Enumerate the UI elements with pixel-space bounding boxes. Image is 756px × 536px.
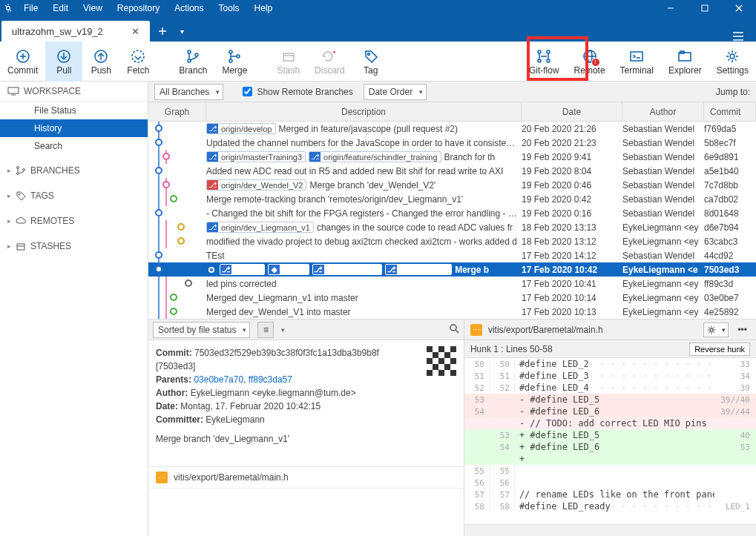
sidebar-stashes[interactable]: ▸ STASHES (0, 236, 148, 256)
commit-row[interactable]: Added new ADC read out in R5 and added n… (148, 164, 756, 178)
hdr-date[interactable]: Date (522, 102, 622, 121)
toolbar: Commit Pull Push Fetch Branch Merge Stas… (0, 42, 756, 82)
ref-badge[interactable]: ⎇origin/feature/schindler_training (309, 151, 441, 162)
explorer-button[interactable]: Explorer (661, 42, 709, 82)
branches-filter[interactable]: All Branches (154, 84, 223, 100)
fetch-button[interactable]: Fetch (119, 42, 157, 82)
tab-close-icon[interactable]: ✕ (127, 26, 144, 37)
commit-row[interactable]: ⎇origin/dev_Liegmann_v1changes in the so… (148, 220, 756, 234)
app-menu-icon[interactable] (728, 31, 749, 42)
diff-line[interactable]: + (464, 453, 756, 465)
branch-button[interactable]: Branch (171, 42, 214, 82)
settings-button[interactable]: Settings (709, 42, 756, 82)
commit-row[interactable]: modified the vivado project to debug axi… (148, 234, 756, 248)
commit-info: Commit: 7503ed32f529eb39b3c38f0f3fc1a13d… (148, 340, 464, 467)
ref-badge[interactable]: ⎇origin/dev_Liegmann_v1 (206, 222, 314, 233)
add-tab-button[interactable] (150, 21, 175, 42)
diff-line[interactable]: 5757// rename LEDs like on the front pan… (464, 489, 756, 500)
ref-badge[interactable]: ⎇master (220, 264, 265, 275)
stash-button[interactable]: Stash (269, 42, 307, 82)
diff-line[interactable]: 54+ #define LED_653 (464, 441, 756, 453)
diff-line[interactable]: 5555 (464, 465, 756, 477)
hdr-graph[interactable]: Graph (148, 102, 206, 121)
tab-dropdown-icon[interactable]: ▾ (175, 21, 188, 42)
diff-body[interactable]: 5050#define LED_2· · · · · · · · · · · ·… (464, 358, 756, 524)
diff-scrollbar[interactable] (464, 524, 756, 536)
merge-button[interactable]: Merge (214, 42, 254, 82)
sidebar-remotes[interactable]: ▸ REMOTES (0, 211, 148, 231)
discard-button[interactable]: ● Discard (307, 42, 352, 82)
menu-help[interactable]: Help (247, 3, 280, 13)
titlebar: File Edit View Repository Actions Tools … (0, 0, 756, 16)
commit-row[interactable]: Updated the channel numbers for the Java… (148, 136, 756, 150)
changed-file[interactable]: ⋯ vitis/export/Baremetal/main.h (148, 467, 464, 489)
view-toggle[interactable]: ≡ (257, 322, 274, 338)
ref-badge[interactable]: ⎇origin/HEAD (385, 264, 452, 275)
menu-actions[interactable]: Actions (167, 3, 211, 13)
hdr-description[interactable]: Description (206, 102, 522, 121)
repo-tab[interactable]: ultrazohm_sw_v19_2 ✕ (1, 21, 150, 42)
remote-button[interactable]: ! Remote (567, 42, 613, 82)
hdr-author[interactable]: Author (622, 102, 704, 121)
gitflow-button[interactable]: Git-flow (522, 42, 567, 82)
diff-panel: ⋯ vitis/export/Baremetal/main.h ••• Hunk… (464, 320, 756, 536)
sidebar-search[interactable]: Search (0, 137, 148, 155)
commit-row[interactable]: - Changed the bit shift for the FPGA reg… (148, 206, 756, 220)
menu-view[interactable]: View (76, 3, 110, 13)
commit-icon (16, 47, 30, 65)
chevron-down-icon[interactable]: ▾ (281, 326, 285, 334)
diff-options[interactable] (703, 322, 729, 337)
commit-row[interactable]: ⎇origin/dev_Wendel_V2Merge branch 'dev_W… (148, 178, 756, 192)
diff-line[interactable]: 54- #define LED_639//44 (464, 406, 756, 417)
search-icon[interactable] (449, 323, 459, 336)
commit-button[interactable]: Commit (0, 42, 45, 82)
ref-badge[interactable]: ⎇origin/develop (206, 123, 276, 134)
menu-tools[interactable]: Tools (211, 3, 247, 13)
menu-edit[interactable]: Edit (45, 3, 76, 13)
diff-line[interactable]: 5858#define LED_ready· · · · · · · · · ·… (464, 500, 756, 512)
commit-row[interactable]: Merge remote-tracking branch 'remotes/or… (148, 192, 756, 206)
diff-line[interactable]: 5656 (464, 477, 756, 489)
parent-link[interactable]: 03e0be7a70 (194, 374, 243, 385)
commit-row[interactable]: TEst17 Feb 2020 14:12Sebastian Wendel44c… (148, 248, 756, 262)
sort-dropdown[interactable]: Sorted by file status (153, 322, 250, 338)
hdr-commit[interactable]: Commit (704, 102, 756, 121)
commit-row[interactable]: ⎇origin/developMerged in feature/javasco… (148, 122, 756, 136)
commit-row[interactable]: Merged dev_Wendel_V1 into master17 Feb 2… (148, 305, 756, 319)
sidebar-history[interactable]: History (0, 119, 148, 137)
commit-row[interactable]: ⎇master◆v0.1.0⎇origin/master⎇origin/HEAD… (148, 262, 756, 277)
diff-line[interactable]: 53- #define LED_539//40 (464, 394, 756, 406)
ref-badge[interactable]: ⎇origin/masterTraining3 (206, 151, 306, 162)
diff-line[interactable]: 53+ #define LED_540 (464, 429, 756, 441)
commit-row[interactable]: ⎇origin/masterTraining3⎇origin/feature/s… (148, 150, 756, 164)
tag-button[interactable]: Tag (352, 42, 389, 82)
show-remote-checkbox[interactable] (243, 87, 252, 96)
ref-badge[interactable]: ◆v0.1.0 (268, 264, 309, 275)
diff-line[interactable]: 5252#define LED_4· · · · · · · · · · · ·… (464, 382, 756, 394)
diff-line[interactable]: 5151#define LED_3· · · · · · · · · · · ·… (464, 370, 756, 382)
tab-title: ultrazohm_sw_v19_2 (12, 26, 103, 37)
sidebar-tags[interactable]: ▸ TAGS (0, 186, 148, 205)
diff-line[interactable]: 5050#define LED_2· · · · · · · · · · · ·… (464, 358, 756, 370)
window-minimize[interactable] (654, 0, 688, 16)
date-order-filter[interactable]: Date Order (364, 84, 427, 100)
window-close[interactable] (722, 0, 756, 16)
ref-badge[interactable]: ⎇origin/dev_Wendel_V2 (206, 179, 306, 191)
commit-row[interactable]: Merged dev_Liegmann_v1 into master17 Feb… (148, 291, 756, 305)
more-icon[interactable]: ••• (734, 325, 750, 335)
ref-badge[interactable]: ⎇origin/master (312, 264, 383, 275)
commit-row[interactable]: led pins corrected17 Feb 2020 10:41EykeL… (148, 277, 756, 291)
menu-file[interactable]: File (16, 3, 45, 13)
reverse-hunk-button[interactable]: Reverse hunk (689, 343, 750, 356)
svg-point-39 (17, 167, 19, 169)
push-button[interactable]: Push (82, 42, 119, 82)
diff-line[interactable]: - // TODO: add correct LED MIO pins (464, 417, 756, 429)
window-maximize[interactable] (688, 0, 722, 16)
parent-link[interactable]: ff89c3da57 (249, 374, 292, 385)
sidebar-file-status[interactable]: File Status (0, 102, 148, 119)
pull-button[interactable]: Pull (45, 42, 82, 82)
menu-repository[interactable]: Repository (110, 3, 167, 13)
terminal-button[interactable]: Terminal (613, 42, 661, 82)
sidebar-branches[interactable]: ▸ BRANCHES (0, 161, 148, 180)
sidebar-workspace[interactable]: WORKSPACE (0, 82, 148, 102)
